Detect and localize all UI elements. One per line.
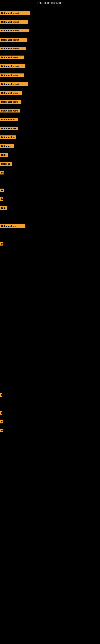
badge-27-label: B <box>0 420 3 424</box>
badge-1-label: Bottleneck result <box>0 11 30 15</box>
badge-8-label: Bottleneck resu <box>0 74 24 77</box>
badge-15-label: Bottleneck re <box>0 136 16 139</box>
badge-9-label: Bottleneck result <box>0 82 28 86</box>
badge-24-label: B <box>0 242 3 246</box>
badge-16-label: Bottlenec <box>0 144 14 148</box>
badge-5-label: Bottleneck result <box>0 47 26 50</box>
badge-20-label: Bo <box>0 188 4 192</box>
badge-21-label: B <box>0 198 3 201</box>
badge-18-label: Bottlene <box>0 162 12 166</box>
badge-19-label: Bo <box>0 171 4 174</box>
badge-11-label: Bottleneck resu <box>0 100 21 104</box>
badge-14-label: Bottleneck res <box>0 126 18 130</box>
badge-17-label: Bott <box>0 153 8 157</box>
badge-23-label: Bottleneck res <box>0 224 25 228</box>
badge-6-label: Bottleneck resu <box>0 56 24 59</box>
badge-25-label: | <box>0 393 2 397</box>
badge-10-label: Bottleneck resu <box>0 91 22 95</box>
badge-28-label: B <box>0 429 3 432</box>
badge-3-label: Bottleneck result <box>0 29 29 32</box>
badge-2-label: Bottleneck result <box>0 20 28 24</box>
badge-13-label: Bottleneck re <box>0 118 18 121</box>
site-title: TheBottlenecker.com <box>0 0 100 6</box>
badge-22-label: Bott <box>0 206 7 210</box>
badge-12-label: Bottleneck resu <box>0 109 20 112</box>
badge-26-label: | <box>0 411 2 414</box>
badge-4-label: Bottleneck result <box>0 38 27 42</box>
badge-7-label: Bottleneck result <box>0 64 25 68</box>
